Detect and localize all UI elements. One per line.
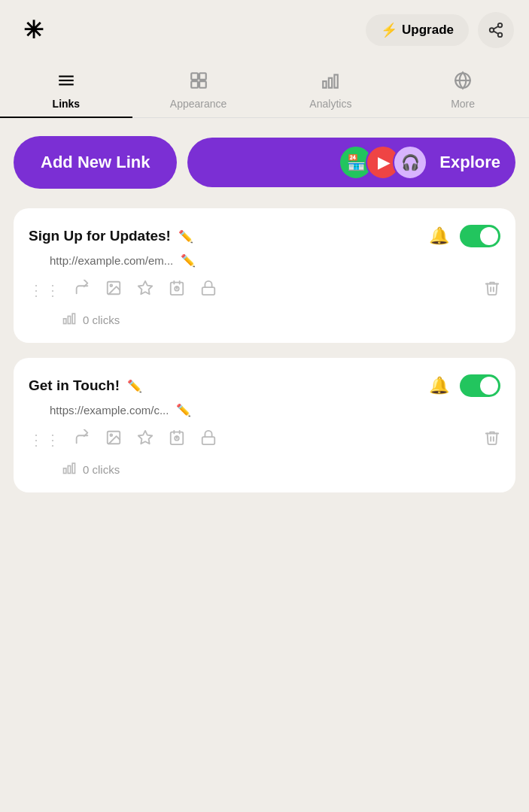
svg-line-3 (494, 31, 498, 34)
svg-rect-37 (202, 437, 215, 444)
link-card-1: Sign Up for Updates! ✏️ 🔔 http://example… (14, 208, 515, 343)
tab-analytics[interactable]: Analytics (265, 60, 397, 117)
svg-rect-40 (72, 463, 74, 473)
explore-icon-headphone: 🎧 (393, 145, 427, 180)
svg-rect-9 (199, 73, 206, 80)
tab-more-label: More (451, 98, 475, 110)
svg-point-30 (110, 434, 112, 436)
analytics-icon (321, 71, 340, 93)
edit-url-icon-2[interactable]: ✏️ (176, 403, 191, 417)
cards-container: Sign Up for Updates! ✏️ 🔔 http://example… (0, 202, 529, 498)
delete-icon-2[interactable] (484, 429, 500, 450)
lock-icon-2[interactable] (200, 429, 217, 450)
header: ✳ ⚡ Upgrade (0, 0, 529, 60)
schedule-icon-1[interactable] (169, 280, 185, 300)
svg-marker-19 (138, 281, 152, 294)
bell-icon-1[interactable]: 🔔 (429, 226, 449, 246)
card-body-1: ⋮⋮ (29, 280, 500, 300)
star-icon-1[interactable] (137, 280, 154, 300)
logo: ✳ (15, 12, 51, 48)
card-title-row-1: Sign Up for Updates! ✏️ (29, 228, 193, 244)
links-icon (56, 71, 76, 93)
add-new-link-button[interactable]: Add New Link (14, 136, 177, 189)
svg-rect-25 (202, 287, 215, 295)
card-title-1: Sign Up for Updates! (29, 228, 171, 244)
clicks-chart-icon-1 (62, 311, 77, 329)
bell-icon-2[interactable]: 🔔 (429, 376, 449, 395)
svg-rect-13 (329, 78, 332, 88)
card-clicks-1: 0 clicks (62, 311, 500, 329)
svg-rect-12 (324, 81, 327, 88)
redirect-icon-2[interactable] (74, 429, 90, 450)
drag-handle-1[interactable]: ⋮⋮ (29, 281, 62, 299)
svg-rect-10 (191, 81, 198, 88)
upgrade-label: Upgrade (402, 23, 454, 38)
delete-icon-1[interactable] (484, 280, 500, 300)
card-header-right-1: 🔔 (429, 225, 500, 247)
tab-links-label: Links (53, 98, 81, 110)
share-icon (488, 22, 504, 38)
lock-icon-1[interactable] (200, 280, 217, 300)
svg-rect-28 (72, 314, 74, 323)
action-row: Add New Link 🏪 ▶ 🎧 Explore (0, 118, 529, 202)
tab-analytics-label: Analytics (309, 98, 351, 110)
redirect-icon-1[interactable] (74, 280, 90, 300)
clicks-chart-icon-2 (62, 460, 77, 479)
svg-rect-26 (64, 319, 66, 324)
card-body-2: ⋮⋮ (29, 429, 500, 450)
svg-line-4 (494, 26, 498, 29)
edit-title-icon-1[interactable]: ✏️ (178, 229, 193, 244)
explore-label: Explore (439, 153, 500, 172)
explore-icons: 🏪 ▶ 🎧 (339, 145, 427, 180)
nav-tabs: Links Appearance Analytics More (0, 60, 529, 118)
tab-links[interactable]: Links (0, 60, 132, 117)
svg-marker-31 (138, 431, 152, 444)
image-icon-1[interactable] (105, 280, 122, 300)
add-new-link-label: Add New Link (41, 153, 150, 171)
card-clicks-2: 0 clicks (62, 460, 500, 479)
drag-handle-2[interactable]: ⋮⋮ (29, 431, 62, 449)
card-url-1: http://example.com/em... (50, 254, 173, 267)
tab-more[interactable]: More (397, 60, 529, 117)
tab-appearance-label: Appearance (170, 98, 227, 110)
card-header-1: Sign Up for Updates! ✏️ 🔔 (29, 225, 500, 247)
clicks-label-1: 0 clicks (83, 314, 120, 326)
more-icon (453, 71, 473, 93)
card-header-2: Get in Touch! ✏️ 🔔 (29, 374, 500, 397)
card-url-2: https://example.com/c... (50, 404, 169, 417)
svg-rect-11 (199, 81, 206, 88)
share-button[interactable] (478, 12, 514, 48)
clicks-label-2: 0 clicks (83, 463, 120, 476)
link-card-2: Get in Touch! ✏️ 🔔 https://example.com/c… (14, 358, 515, 492)
schedule-icon-2[interactable] (169, 429, 185, 450)
header-right: ⚡ Upgrade (366, 12, 514, 48)
card-url-row-2: https://example.com/c... ✏️ (50, 403, 500, 417)
appearance-icon (189, 71, 208, 93)
card-header-right-2: 🔔 (429, 374, 500, 397)
tab-appearance[interactable]: Appearance (132, 60, 265, 117)
upgrade-button[interactable]: ⚡ Upgrade (366, 14, 469, 46)
edit-title-icon-2[interactable]: ✏️ (127, 379, 142, 393)
card-title-row-2: Get in Touch! ✏️ (29, 377, 142, 394)
edit-url-icon-1[interactable]: ✏️ (181, 253, 196, 268)
card-actions-1 (74, 280, 500, 300)
image-icon-2[interactable] (105, 429, 122, 450)
bolt-icon: ⚡ (381, 22, 397, 38)
svg-rect-39 (68, 466, 70, 474)
toggle-2[interactable] (460, 374, 500, 397)
svg-rect-27 (68, 317, 70, 324)
svg-rect-14 (335, 74, 338, 87)
card-title-2: Get in Touch! (29, 377, 120, 394)
card-actions-2 (74, 429, 500, 450)
svg-rect-8 (191, 73, 198, 80)
explore-button[interactable]: 🏪 ▶ 🎧 Explore (187, 138, 515, 187)
star-icon-2[interactable] (137, 429, 154, 450)
svg-point-18 (110, 284, 112, 286)
svg-rect-38 (64, 468, 66, 474)
toggle-1[interactable] (460, 225, 500, 247)
card-url-row-1: http://example.com/em... ✏️ (50, 253, 500, 268)
